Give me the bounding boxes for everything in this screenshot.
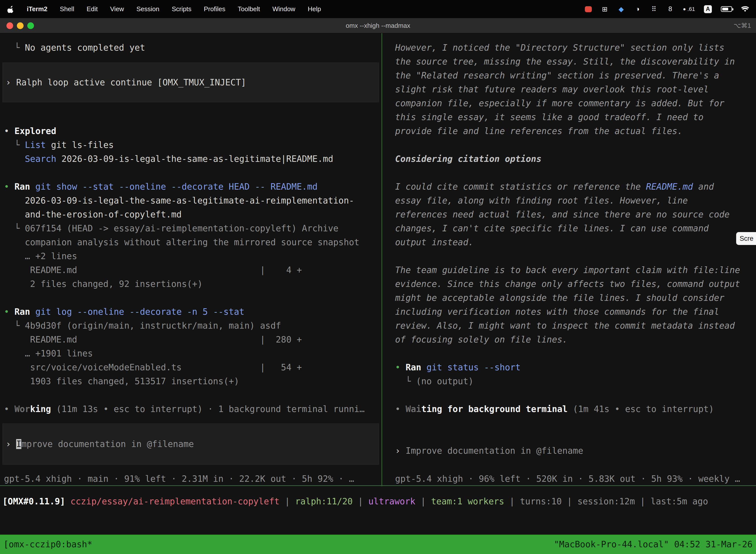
menu-item-shell[interactable]: Shell <box>60 5 74 13</box>
terminal-line <box>395 388 756 402</box>
prompt-input-right[interactable]: › Improve documentation in @filename <box>395 444 583 458</box>
terminal-line <box>395 166 756 180</box>
terminal-line: However, I noticed the "Directory Struct… <box>395 41 756 55</box>
traffic-lights <box>6 22 34 29</box>
terminal-line <box>4 291 381 305</box>
terminal-line: might be acceptable alongside the file l… <box>395 291 756 305</box>
terminal-area: └ No agents completed yet › Ralph loop a… <box>0 33 756 486</box>
terminal-line: • Working (11m 13s • esc to interrupt) ·… <box>4 402 381 416</box>
terminal-line: › Improve documentation in @filename <box>6 437 194 451</box>
terminal-pane-right[interactable]: However, I noticed the "Directory Struct… <box>382 33 756 486</box>
terminal-line: 2026-03-09-is-legal-the-same-as-legitima… <box>4 193 381 208</box>
menu-items: iTerm2ShellEditViewSessionScriptsProfile… <box>27 5 321 13</box>
terminal-line: └ (no output) <box>395 374 756 388</box>
terminal-line <box>4 166 381 180</box>
terminal-line: including verification notes with those … <box>395 305 756 319</box>
menu-item-view[interactable]: View <box>110 5 124 13</box>
battery-icon[interactable] <box>721 5 732 13</box>
screen-overlay-button[interactable]: Scre <box>736 232 756 245</box>
terminal-line: … +1901 lines <box>4 346 381 361</box>
session-status-right: gpt-5.4 xhigh · 96% left · 520K in · 5.8… <box>395 472 740 486</box>
terminal-line: README.md | 4 + <box>4 263 381 277</box>
terminal-line: evidence. Since this change only affects… <box>395 277 756 291</box>
shutter-icon[interactable]: ◑ <box>634 5 641 13</box>
terminal-line: review. Also, I might want to inspect th… <box>395 319 756 333</box>
terminal-line: and-the-erosion-of-copyleft.md <box>4 208 381 221</box>
terminal-line: • Waiting for background terminal (1m 41… <box>395 402 756 416</box>
apple-logo-icon[interactable] <box>7 5 14 13</box>
terminal-line: └ No agents completed yet <box>4 41 381 55</box>
terminal-pane-left[interactable]: └ No agents completed yet › Ralph loop a… <box>0 33 381 486</box>
blue-app-icon[interactable]: ◆ <box>617 5 625 13</box>
terminal-line: references need actual files, and since … <box>395 208 756 221</box>
menu-item-scripts[interactable]: Scripts <box>172 5 191 13</box>
terminal-line: … +2 lines <box>4 249 381 263</box>
terminal-line: the source tree, missing the essay. Stil… <box>395 55 756 68</box>
terminal-line: The team guideline is to back every impo… <box>395 263 756 277</box>
stats-value: .61 <box>687 6 695 12</box>
terminal-line: I could cite commit statistics or refere… <box>395 180 756 193</box>
tmux-status-bar: [omx-cczip0:bash* "MacBook-Pro-44.local"… <box>0 535 756 554</box>
terminal-line <box>395 138 756 152</box>
menu-left: iTerm2ShellEditViewSessionScriptsProfile… <box>7 5 321 13</box>
session-status-left: gpt-5.4 xhigh · main · 91% left · 2.31M … <box>4 472 354 486</box>
terminal-line: Search 2026-03-09-is-legal-the-same-as-l… <box>4 152 381 166</box>
minimize-window-button[interactable] <box>17 22 23 29</box>
terminal-line: › Improve documentation in @filename <box>395 444 583 458</box>
menu-item-session[interactable]: Session <box>136 5 160 13</box>
menu-item-profiles[interactable]: Profiles <box>204 5 226 13</box>
input-source-icon[interactable]: A <box>704 5 712 13</box>
menu-item-help[interactable]: Help <box>308 5 321 13</box>
terminal-line: README.md | 280 + <box>4 333 381 346</box>
terminal-line <box>4 388 381 402</box>
wifi-icon[interactable] <box>741 5 749 13</box>
terminal-line <box>395 346 756 361</box>
agent-transcript-left: • Explored └ List git ls-files Search 20… <box>0 110 381 416</box>
tmux-host-clock: "MacBook-Pro-44.local" 04:52 31-Mar-26 <box>554 539 753 549</box>
agent-transcript-right: However, I noticed the "Directory Struct… <box>395 41 756 416</box>
tmux-session-window: [omx-cczip0:bash* <box>3 539 92 549</box>
terminal-line: └ 4b9d30f (origin/main, instructkr/main,… <box>4 319 381 333</box>
menu-item-edit[interactable]: Edit <box>86 5 98 13</box>
macos-menu-bar: iTerm2ShellEditViewSessionScriptsProfile… <box>0 0 756 18</box>
dots-grid-icon[interactable]: ⠿ <box>650 5 657 13</box>
window-title: omx --xhigh --madmax <box>346 22 410 30</box>
menu-item-toolbelt[interactable]: Toolbelt <box>238 5 260 13</box>
menu-item-iterm2[interactable]: iTerm2 <box>27 5 47 13</box>
terminal-line: companion analysis without altering the … <box>4 235 381 249</box>
terminal-line: slight risk that future readers may over… <box>395 82 756 96</box>
terminal-line: • Explored <box>4 124 381 138</box>
window-shortcut-hint: ⌥⌘1 <box>734 22 751 30</box>
ralph-loop-banner-text: › Ralph loop active continue [OMX_TMUX_I… <box>3 75 246 89</box>
terminal-line: • Ran git show --stat --oneline --decora… <box>4 180 381 193</box>
terminal-line: • Ran git log --oneline --decorate -n 5 … <box>4 305 381 319</box>
window-title-bar[interactable]: omx --xhigh --madmax ⌥⌘1 <box>0 18 756 33</box>
terminal-line: of focusing solely on file lines. <box>395 333 756 346</box>
eight-app-icon[interactable]: 8 <box>667 5 674 13</box>
terminal-line: provide file and line references from th… <box>395 124 756 138</box>
prompt-input-left-text: › Improve documentation in @filename <box>3 437 194 451</box>
terminal-line <box>4 110 381 124</box>
terminal-line: essay file, along with finding root file… <box>395 193 756 208</box>
terminal-line: this single essay, it seems like a good … <box>395 110 756 124</box>
pane-bottom-border <box>0 485 756 486</box>
terminal-line: output instead. <box>395 235 756 249</box>
close-window-button[interactable] <box>6 22 13 29</box>
agents-summary: └ No agents completed yet <box>0 41 381 55</box>
grid-icon[interactable]: ⊞ <box>601 5 609 13</box>
terminal-line <box>395 249 756 263</box>
prompt-input-left[interactable]: › Improve documentation in @filename <box>2 424 379 465</box>
screen-recording-indicator-icon[interactable] <box>585 5 592 13</box>
terminal-line: 2 files changed, 92 insertions(+) <box>4 277 381 291</box>
terminal-line: the "Related research writing" section i… <box>395 68 756 82</box>
stats-icon[interactable]: ●.61 <box>683 5 695 13</box>
ralph-loop-banner: › Ralph loop active continue [OMX_TMUX_I… <box>2 63 379 102</box>
omx-status-line: [OMX#0.11.9] cczip/essay/ai-reimplementa… <box>2 494 756 508</box>
terminal-line: 1903 files changed, 513517 insertions(+) <box>4 374 381 388</box>
zoom-window-button[interactable] <box>27 22 34 29</box>
terminal-line: changes, I can't cite specific file line… <box>395 221 756 235</box>
terminal-line: └ List git ls-files <box>4 138 381 152</box>
prompt-input-right-text: › Improve documentation in @filename <box>395 444 583 458</box>
menu-item-window[interactable]: Window <box>272 5 295 13</box>
terminal-line: [OMX#0.11.9] cczip/essay/ai-reimplementa… <box>2 494 756 508</box>
